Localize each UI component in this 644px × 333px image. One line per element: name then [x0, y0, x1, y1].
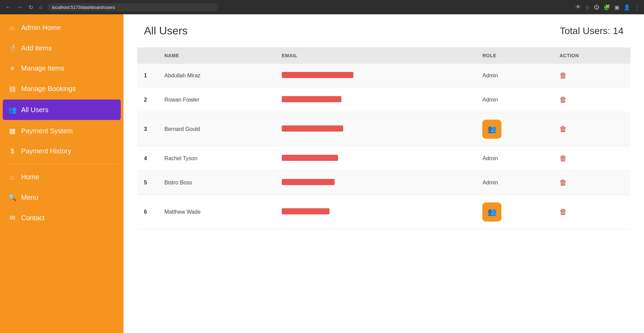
user-action: 🗑 — [553, 147, 630, 171]
sidebar-item-payment-history[interactable]: $ Payment History — [0, 141, 123, 161]
fork-icon: 🍴 — [8, 44, 16, 52]
user-name: Bistro Boss — [158, 171, 275, 195]
row-number: 4 — [137, 147, 158, 171]
back-button[interactable]: ← — [4, 3, 12, 12]
puzzle-icon: 🧩 — [603, 4, 610, 11]
sidebar-label-manage-bookings: Manage Bookings — [21, 85, 76, 93]
col-action: ACTION — [553, 47, 630, 64]
delete-user-button[interactable]: 🗑 — [559, 95, 567, 104]
user-name: Matthew Wade — [158, 195, 275, 229]
address-bar[interactable] — [47, 3, 218, 11]
table-row: 5Bistro BossAdmin🗑 — [137, 171, 630, 195]
role-badge: 👥 — [482, 202, 501, 222]
sidebar-item-home[interactable]: ⌂ Home — [0, 167, 123, 187]
eye-icon: 👁 — [575, 4, 581, 11]
user-role: Admin — [475, 147, 553, 171]
home-icon: ⌂ — [8, 24, 16, 32]
user-action: 🗑 — [553, 171, 630, 195]
user-email — [275, 112, 475, 147]
col-email: EMAIL — [275, 47, 475, 64]
email-redacted — [282, 125, 343, 132]
row-number: 1 — [137, 64, 158, 88]
delete-user-button[interactable]: 🗑 — [559, 178, 567, 187]
user-email — [275, 195, 475, 229]
page-header: All Users Total Users: 14 — [137, 25, 630, 37]
total-users-count: Total Users: 14 — [560, 26, 624, 36]
home2-icon: ⌂ — [8, 173, 16, 181]
sidebar-label-payment-history: Payment History — [21, 147, 71, 155]
sidebar-label-manage-items: Manage Items — [21, 64, 64, 72]
refresh-button[interactable]: ↻ — [27, 3, 34, 12]
table-body: 1Abdullah MirazAdmin🗑2Rowan FowlerAdmin🗑… — [137, 64, 630, 229]
row-number: 2 — [137, 88, 158, 112]
menu-icon: ⋮ — [634, 4, 640, 11]
sidebar-item-all-users[interactable]: 👥 All Users — [3, 100, 121, 120]
users-badge-icon: 👥 — [487, 125, 497, 134]
forward-button[interactable]: → — [16, 3, 24, 12]
table-row: 2Rowan FowlerAdmin🗑 — [137, 88, 630, 112]
sidebar-item-manage-items[interactable]: ≡ Manage Items — [0, 58, 123, 78]
user-name: Rowan Fowler — [158, 88, 275, 112]
sidebar-label-menu: Menu — [21, 194, 38, 201]
bookings-icon: ▤ — [8, 85, 16, 93]
sidebar-item-payment-system[interactable]: ▦ Payment System — [0, 121, 123, 141]
sidebar-toggle-icon: ▣ — [614, 4, 619, 11]
sidebar-item-manage-bookings[interactable]: ▤ Manage Bookings — [0, 78, 123, 99]
user-action: 🗑 — [553, 64, 630, 88]
delete-user-button[interactable]: 🗑 — [559, 71, 567, 80]
user-email — [275, 171, 475, 195]
role-badge: 👥 — [482, 120, 501, 139]
email-redacted — [282, 96, 341, 102]
sidebar-item-menu[interactable]: 🔍 Menu — [0, 187, 123, 208]
user-name: Abdullah Miraz — [158, 64, 275, 88]
sidebar: ⌂ Admin Home 🍴 Add Items ≡ Manage Items … — [0, 14, 123, 333]
app-container: ⌂ Admin Home 🍴 Add Items ≡ Manage Items … — [0, 14, 644, 333]
row-number: 3 — [137, 112, 158, 147]
sidebar-label-contact: Contact — [21, 214, 45, 222]
user-role: Admin — [475, 88, 553, 112]
sidebar-item-add-items[interactable]: 🍴 Add Items — [0, 38, 123, 58]
users-icon: 👥 — [8, 106, 16, 114]
user-email — [275, 147, 475, 171]
col-role: ROLE — [475, 47, 553, 64]
table-row: 6Matthew Wade👥🗑 — [137, 195, 630, 229]
table-row: 3Bernard Gould👥🗑 — [137, 112, 630, 147]
user-role: Admin — [475, 64, 553, 88]
sidebar-label-all-users: All Users — [21, 106, 48, 114]
sidebar-label-payment-system: Payment System — [21, 127, 73, 135]
sidebar-item-admin-home[interactable]: ⌂ Admin Home — [0, 18, 123, 38]
col-name: NAME — [158, 47, 275, 64]
browser-toolbar-icons: 👁 ☆ ⏻ 🧩 ▣ 👤 ⋮ — [575, 4, 640, 11]
page-title: All Users — [144, 25, 188, 37]
user-email — [275, 64, 475, 88]
browser-chrome: ← → ↻ ⌂ 👁 ☆ ⏻ 🧩 ▣ 👤 ⋮ — [0, 0, 644, 14]
email-redacted — [282, 179, 335, 185]
sidebar-item-contact[interactable]: ✉ Contact — [0, 208, 123, 228]
sidebar-divider — [5, 164, 118, 164]
dollar-icon: $ — [8, 147, 16, 155]
sidebar-label-add-items: Add Items — [21, 44, 52, 52]
user-role: Admin — [475, 171, 553, 195]
row-number: 6 — [137, 195, 158, 229]
user-name: Bernard Gould — [158, 112, 275, 147]
users-badge-icon: 👥 — [487, 208, 497, 216]
user-role: 👥 — [475, 195, 553, 229]
user-role: 👥 — [475, 112, 553, 147]
list-icon: ≡ — [8, 64, 16, 72]
sidebar-label-admin-home: Admin Home — [21, 24, 61, 32]
email-redacted — [282, 208, 330, 214]
col-number — [137, 47, 158, 64]
email-redacted — [282, 72, 353, 78]
delete-user-button[interactable]: 🗑 — [559, 208, 567, 216]
row-number: 5 — [137, 171, 158, 195]
delete-user-button[interactable]: 🗑 — [559, 125, 567, 134]
delete-user-button[interactable]: 🗑 — [559, 154, 567, 163]
users-table: NAME EMAIL ROLE ACTION 1Abdullah MirazAd… — [137, 47, 630, 229]
home-button[interactable]: ⌂ — [38, 3, 44, 12]
user-action: 🗑 — [553, 195, 630, 229]
user-action: 🗑 — [553, 112, 630, 147]
user-action: 🗑 — [553, 88, 630, 112]
envelope-icon: ✉ — [8, 214, 16, 222]
power-icon: ⏻ — [594, 4, 599, 11]
user-name: Rachel Tyson — [158, 147, 275, 171]
